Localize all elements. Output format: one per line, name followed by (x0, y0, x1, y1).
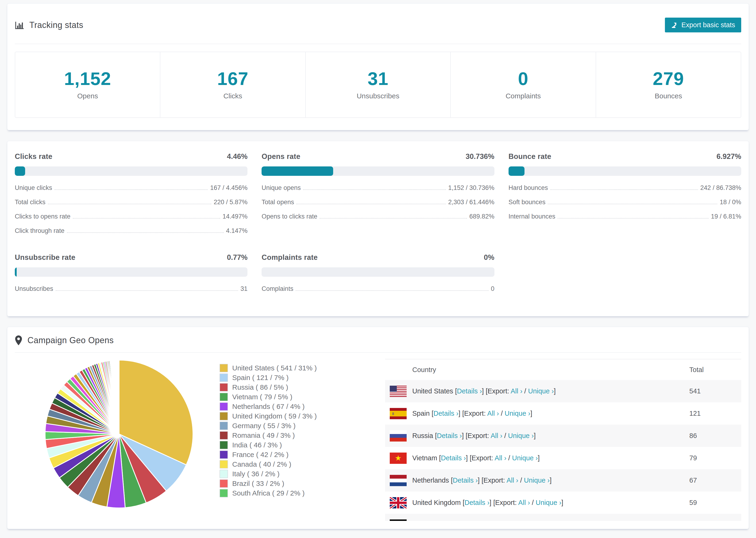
legend-label: Romania ( 49 / 3% ) (232, 431, 295, 439)
details-link[interactable]: Details › (453, 476, 478, 484)
export-prefix: [Export: (493, 499, 518, 506)
legend-label: France ( 42 / 2% ) (232, 451, 289, 459)
rate-row: Total opens2,303 / 61.446% (261, 198, 494, 206)
dotted-leader (303, 189, 446, 190)
legend-item: Spain ( 121 / 7% ) (220, 373, 385, 382)
tracking-stats-card: Tracking stats Export basic stats 1,152O… (7, 3, 749, 130)
country-text: United States [Details ›] [Export: All ›… (412, 387, 556, 395)
legend-item: Romania ( 49 / 3% ) (220, 430, 385, 440)
rate-row-value: 2,303 / 61.446% (446, 198, 495, 206)
stat-opens: 1,152Opens (15, 52, 160, 117)
export-all-link[interactable]: All › (495, 454, 507, 462)
rate-row-label: Total clicks (15, 198, 48, 206)
nl-flag-icon (390, 475, 406, 486)
export-unique-link[interactable]: Unique › (528, 387, 554, 395)
country-name: United States (412, 387, 455, 395)
ru-flag-icon (390, 430, 406, 442)
rate-row-label: Internal bounces (509, 213, 558, 220)
rate-row-value: 14.497% (220, 213, 248, 220)
es-flag-icon (390, 408, 406, 419)
rate-percent: 4.46% (227, 152, 247, 161)
export-unique-link[interactable]: Unique › (508, 432, 534, 439)
legend-item: Canada ( 40 / 2% ) (220, 459, 385, 469)
progress-bar-opens (261, 166, 494, 176)
bracket: ] (530, 409, 532, 417)
progress-fill (509, 166, 525, 176)
country-cell: United Kingdom [Details ›] [Export: All … (385, 492, 689, 514)
rate-row: Opens to clicks rate689.82% (261, 213, 494, 220)
rate-row: Unique clicks167 / 4.456% (15, 184, 247, 191)
table-row-de: Germany [Details ›] [Export: All › / Uni… (385, 514, 741, 521)
stat-unsubscribes: 31Unsubscribes (305, 52, 450, 117)
bracket: ] (534, 432, 536, 439)
legend-label: Russia ( 86 / 5% ) (232, 383, 288, 391)
legend-swatch (220, 422, 228, 430)
rate-block-complaints: Complaints rate0%Complaints0 (261, 253, 494, 299)
table-row-vn: Vietnam [Details ›] [Export: All › / Uni… (385, 447, 741, 469)
rate-row-value: 242 / 86.738% (698, 184, 741, 191)
tracking-stats-title: Tracking stats (29, 20, 83, 30)
export-unique-link[interactable]: Unique › (524, 476, 550, 484)
legend-item: India ( 46 / 3% ) (220, 440, 385, 450)
bracket: ] (462, 432, 465, 439)
export-unique-link[interactable]: Unique › (536, 499, 561, 506)
legend-label: Brazil ( 33 / 2% ) (232, 480, 284, 488)
rate-row: Clicks to opens rate14.497% (15, 213, 247, 220)
export-all-link[interactable]: All › (511, 387, 522, 395)
legend-swatch (220, 460, 228, 468)
rate-row-label: Total opens (261, 198, 296, 206)
bracket: ] (466, 454, 469, 462)
rate-row-value: 689.82% (467, 213, 495, 220)
country-text: United Kingdom [Details ›] [Export: All … (412, 499, 563, 507)
stat-label: Complaints (506, 92, 541, 100)
table-row-us: United States [Details ›] [Export: All ›… (385, 380, 741, 402)
legend-label: United Kingdom ( 59 / 3% ) (232, 412, 317, 420)
table-row-gb: United Kingdom [Details ›] [Export: All … (385, 492, 741, 514)
export-all-link[interactable]: All › (491, 432, 503, 439)
total-cell: 55 (689, 514, 741, 521)
legend-swatch (220, 441, 228, 449)
rate-row-label: Complaints (261, 285, 296, 293)
legend-swatch (220, 383, 228, 392)
rate-row-value: 0 (489, 285, 495, 293)
export-unique-link[interactable]: Unique › (505, 409, 530, 417)
export-all-link[interactable]: All › (487, 409, 499, 417)
export-prefix: [Export: (462, 409, 487, 417)
stats-summary-row: 1,152Opens167Clicks31Unsubscribes0Compla… (15, 52, 741, 118)
export-unique-link[interactable]: Unique › (512, 454, 538, 462)
total-cell: 541 (689, 380, 741, 402)
table-row-es: Spain [Details ›] [Export: All › / Uniqu… (385, 402, 741, 425)
rate-title: Bounce rate (509, 152, 551, 161)
dotted-leader (550, 189, 698, 190)
details-link[interactable]: Details › (441, 454, 466, 462)
details-link[interactable]: Details › (433, 409, 458, 417)
bracket: ] (478, 476, 482, 484)
country-text: Netherlands [Details ›] [Export: All › /… (412, 476, 552, 484)
bracket: [ (455, 387, 457, 395)
rates-row-1: Clicks rate4.46%Unique clicks167 / 4.456… (15, 152, 741, 242)
export-prefix: [Export: (486, 387, 511, 395)
legend-swatch (220, 431, 228, 440)
details-link[interactable]: Details › (437, 432, 462, 439)
details-link[interactable]: Details › (464, 499, 489, 506)
export-all-link[interactable]: All › (518, 499, 530, 506)
bracket: ] (538, 454, 540, 462)
details-link[interactable]: Details › (457, 387, 482, 395)
rate-row-label: Click through rate (15, 227, 67, 235)
slash: / (503, 432, 508, 439)
rate-title: Clicks rate (15, 152, 52, 161)
export-prefix: [Export: (469, 454, 495, 462)
dotted-leader (56, 290, 238, 291)
rate-row-label: Soft bounces (509, 198, 548, 206)
legend-swatch (220, 393, 228, 401)
stat-value: 167 (217, 70, 248, 88)
rate-percent: 0% (484, 253, 495, 262)
legend-label: Netherlands ( 67 / 4% ) (232, 403, 304, 410)
export-all-link[interactable]: All › (507, 476, 518, 484)
slash: / (499, 409, 505, 417)
rate-title: Unsubscribe rate (15, 253, 75, 262)
dotted-leader (548, 204, 717, 204)
progress-fill (15, 267, 17, 277)
export-basic-stats-button[interactable]: Export basic stats (665, 18, 741, 32)
legend-label: Italy ( 36 / 2% ) (232, 470, 280, 478)
